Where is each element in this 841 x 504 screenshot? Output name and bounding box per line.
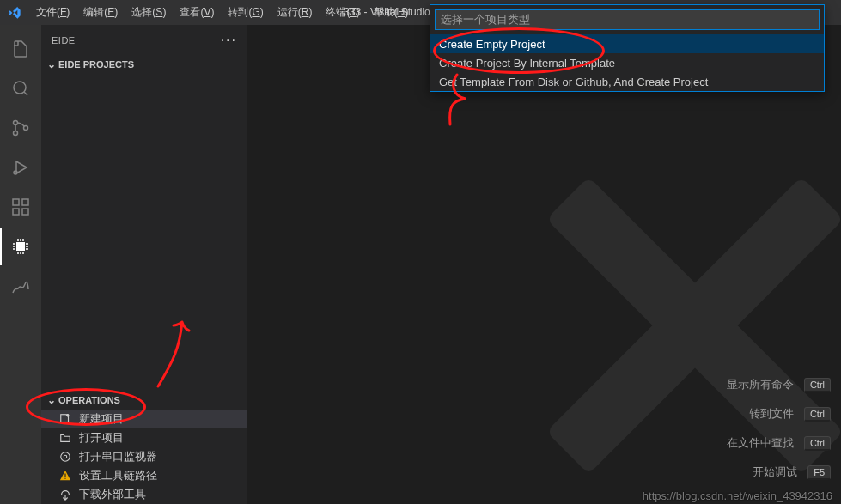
quick-pick: 选择一个项目类型 Create Empty ProjectCreate Proj… bbox=[430, 4, 825, 92]
svg-point-1 bbox=[14, 121, 18, 125]
search-icon[interactable] bbox=[0, 70, 41, 107]
chevron-down-icon: ⌄ bbox=[45, 394, 58, 406]
projects-header-label: EIDE PROJECTS bbox=[58, 59, 134, 70]
menu-g[interactable]: 转到(G) bbox=[221, 0, 270, 25]
explorer-icon[interactable] bbox=[0, 30, 41, 68]
svg-rect-9 bbox=[16, 242, 25, 251]
hint-label: 显示所有命令 bbox=[727, 377, 794, 392]
svg-rect-5 bbox=[13, 199, 19, 205]
svg-point-2 bbox=[14, 131, 18, 136]
welcome-hints: 显示所有命令Ctrl转到文件Ctrl在文件中查找Ctrl开始调试F5 bbox=[727, 370, 831, 487]
app-logo bbox=[0, 6, 29, 20]
quickpick-item[interactable]: Create Project By Internal Template bbox=[430, 53, 824, 72]
hint-label: 在文件中查找 bbox=[727, 435, 794, 451]
operation-label: 下载外部工具 bbox=[79, 487, 146, 502]
svg-point-0 bbox=[14, 82, 26, 94]
operation-label: 新建项目 bbox=[79, 411, 124, 427]
new-project-icon bbox=[58, 412, 72, 426]
svg-point-4 bbox=[14, 171, 17, 174]
menu-v[interactable]: 查看(V) bbox=[173, 0, 221, 25]
serial-monitor-icon bbox=[58, 450, 72, 464]
chevron-down-icon: ⌄ bbox=[45, 58, 58, 70]
editor-area: 显示所有命令Ctrl转到文件Ctrl在文件中查找Ctrl开始调试F5 bbox=[247, 25, 841, 504]
operation-label: 打开项目 bbox=[79, 430, 124, 446]
projects-section-header[interactable]: ⌄ EIDE PROJECTS bbox=[41, 55, 247, 74]
hint-row: 开始调试F5 bbox=[727, 458, 831, 487]
hint-label: 开始调试 bbox=[753, 465, 797, 480]
key-badge: F5 bbox=[807, 465, 831, 480]
svg-point-12 bbox=[64, 455, 67, 458]
svg-rect-6 bbox=[13, 209, 19, 215]
graph-icon[interactable] bbox=[0, 267, 41, 305]
hint-row: 转到文件Ctrl bbox=[727, 399, 831, 428]
menu-f[interactable]: 文件(F) bbox=[29, 0, 76, 25]
download-tool-icon bbox=[58, 488, 72, 501]
key-badge: Ctrl bbox=[804, 436, 831, 451]
operations-section-header[interactable]: ⌄ OPERATIONS bbox=[41, 391, 247, 410]
hint-row: 显示所有命令Ctrl bbox=[727, 370, 831, 399]
extensions-icon[interactable] bbox=[0, 188, 41, 226]
svg-rect-8 bbox=[22, 199, 28, 205]
operation-item[interactable]: 打开项目 bbox=[41, 428, 247, 447]
svg-point-3 bbox=[24, 126, 28, 131]
menu-r[interactable]: 运行(R) bbox=[271, 0, 320, 25]
key-badge: Ctrl bbox=[804, 407, 831, 422]
hint-row: 在文件中查找Ctrl bbox=[727, 428, 831, 458]
svg-point-11 bbox=[61, 452, 70, 462]
operations-list: 新建项目打开项目打开串口监视器设置工具链路径下载外部工具 bbox=[41, 410, 247, 504]
quickpick-item[interactable]: Create Empty Project bbox=[430, 34, 824, 53]
operation-label: 设置工具链路径 bbox=[79, 468, 157, 483]
key-badge: Ctrl bbox=[804, 378, 831, 392]
menu-e[interactable]: 编辑(E) bbox=[76, 0, 125, 25]
operation-item[interactable]: 下载外部工具 bbox=[41, 485, 247, 504]
hint-label: 转到文件 bbox=[749, 406, 794, 422]
operation-item[interactable]: 设置工具链路径 bbox=[41, 466, 247, 485]
menu-bar: 文件(F)编辑(E)选择(S)查看(V)转到(G)运行(R)终端(T)帮助(H) bbox=[29, 0, 415, 25]
operations-header-label: OPERATIONS bbox=[58, 395, 120, 405]
more-actions-icon[interactable]: ··· bbox=[221, 33, 237, 48]
menu-h[interactable]: 帮助(H) bbox=[367, 0, 416, 25]
menu-s[interactable]: 选择(S) bbox=[125, 0, 173, 25]
open-project-icon bbox=[58, 431, 72, 445]
quickpick-input[interactable]: 选择一个项目类型 bbox=[435, 9, 820, 30]
sidebar-title: EIDE bbox=[52, 35, 76, 46]
quickpick-item[interactable]: Get Template From Disk or Github, And Cr… bbox=[430, 72, 824, 91]
operation-item[interactable]: 新建项目 bbox=[41, 410, 247, 428]
eide-icon[interactable] bbox=[0, 228, 41, 265]
source-control-icon[interactable] bbox=[0, 109, 41, 147]
run-debug-icon[interactable] bbox=[0, 149, 41, 186]
svg-rect-7 bbox=[22, 209, 28, 215]
sidebar: EIDE ··· ⌄ EIDE PROJECTS ⌄ OPERATIONS 新建… bbox=[41, 25, 247, 504]
activity-bar bbox=[0, 25, 41, 504]
operation-label: 打开串口监视器 bbox=[79, 449, 157, 465]
warning-icon bbox=[58, 469, 72, 483]
menu-t[interactable]: 终端(T) bbox=[319, 0, 366, 25]
watermark-text: https://blog.csdn.net/weixin_43942316 bbox=[643, 489, 832, 502]
sidebar-title-row: EIDE ··· bbox=[41, 25, 247, 55]
operation-item[interactable]: 打开串口监视器 bbox=[41, 447, 247, 466]
